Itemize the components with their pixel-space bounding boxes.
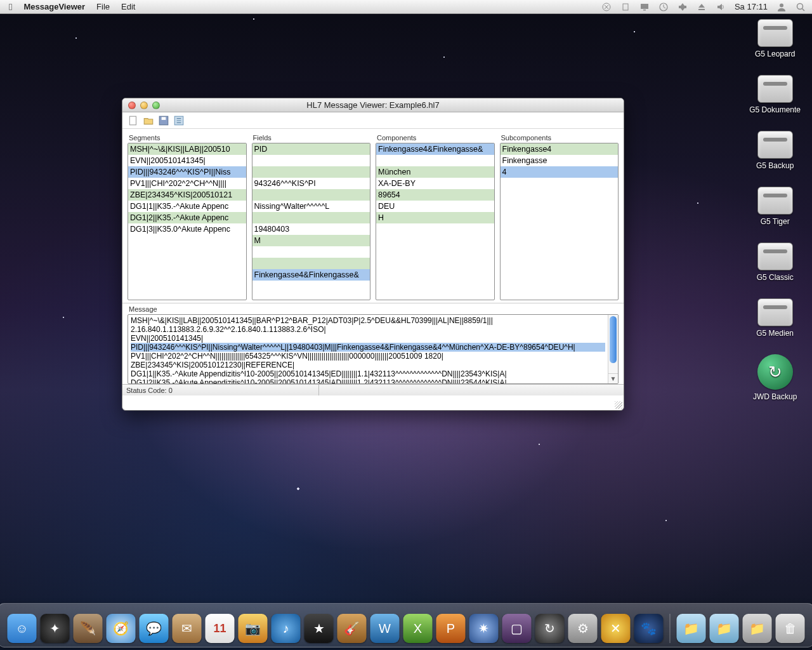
message-line[interactable]: PV1|||CHI^202^2^CH^^N|||||||||||||||6543… (131, 352, 605, 361)
list-row[interactable] (252, 246, 370, 258)
list-row[interactable] (376, 155, 494, 166)
menubar-clock[interactable]: Sa 17:11 (735, 2, 768, 11)
menu-edit[interactable]: Edit (121, 2, 135, 11)
list-row[interactable]: PID (252, 143, 370, 155)
message-line[interactable]: DG1|1||K35.-^Akute Appendizitis^I10-2005… (131, 369, 605, 378)
dock-folder-1[interactable]: 📁 (677, 614, 706, 643)
dock-dashboard[interactable]: ✦ (41, 614, 70, 643)
window-zoom-button[interactable] (152, 102, 160, 109)
list-row[interactable]: ZBE|234345^KIS|200510121 (128, 189, 246, 201)
message-line[interactable]: DG1|2||K35.-^Akute Appendizitis^I10-2005… (131, 378, 605, 384)
list-row[interactable]: 4 (501, 166, 619, 178)
desktop-icon-2[interactable]: G5 Backup (756, 131, 794, 170)
list-row[interactable]: XA-DE-BY (376, 178, 494, 189)
list-row[interactable]: DG1|3||K35.0^Akute Appenc (128, 223, 246, 235)
list-row[interactable]: PID|||943246^^^KIS^PI||Niss (128, 166, 246, 178)
list-row[interactable]: DEU (376, 201, 494, 212)
menu-file[interactable]: File (96, 2, 110, 11)
toolbar-tool-icon[interactable] (173, 115, 185, 126)
menuextra-icon-1[interactable] (601, 2, 612, 12)
list-row[interactable]: 89654 (376, 189, 494, 201)
scrollbar-thumb[interactable] (610, 316, 617, 363)
dock-excel[interactable]: X (403, 614, 433, 643)
dock-ichat[interactable]: 💬 (140, 614, 169, 643)
dock-mail[interactable]: ✉ (173, 614, 202, 643)
list-row[interactable]: Finkengasse4&Finkengasse& (252, 269, 370, 281)
menuextra-user-icon[interactable] (776, 2, 787, 12)
dock-ical[interactable]: 11 (206, 614, 235, 643)
menuextra-timemachine-icon[interactable] (658, 2, 669, 12)
list-components[interactable]: Finkengasse4&Finkengasse&MünchenXA-DE-BY… (376, 143, 495, 300)
dock-app-16[interactable]: ▢ (502, 614, 532, 643)
message-line[interactable]: PID|||943246^^^KIS^PI||Nissing^Walter^^^… (131, 343, 605, 352)
list-subcomponents[interactable]: Finkengasse4Finkengasse4 (500, 143, 619, 300)
dock-imovie[interactable]: ★ (304, 614, 334, 643)
list-row[interactable]: 19480403 (252, 223, 370, 235)
list-row[interactable] (252, 212, 370, 223)
list-row[interactable]: DG1|1||K35.-^Akute Appenc (128, 201, 246, 212)
app-name[interactable]: MessageViewer (23, 2, 85, 11)
list-row[interactable] (252, 166, 370, 178)
toolbar-save-icon[interactable] (158, 115, 169, 126)
toolbar-open-icon[interactable] (143, 115, 154, 126)
dock-sysprefs[interactable]: ⚙ (568, 614, 598, 643)
message-line[interactable]: 2.16.840.1.113883.2.6.9.32^^2.16.840.1.1… (131, 325, 605, 334)
apple-menu-icon[interactable]:  (9, 1, 12, 12)
menuextra-volume-icon[interactable] (716, 2, 726, 12)
scrollbar-down-icon[interactable]: ▼ (608, 373, 618, 383)
list-row[interactable]: Finkengasse (501, 155, 619, 166)
dock-app-3[interactable]: 🪶 (74, 614, 103, 643)
message-line[interactable]: ZBE|234345^KIS|200510121230||REFERENCE| (131, 361, 605, 369)
dock-trash[interactable]: 🗑 (776, 614, 805, 643)
window-minimize-button[interactable] (140, 102, 148, 109)
menuextra-eject-icon[interactable] (697, 2, 707, 12)
list-segments[interactable]: MSH|^~\&|KIS||LAB||200510EVN||2005101413… (128, 143, 247, 300)
list-fields[interactable]: PID943246^^^KIS^PINissing^Walter^^^^^L19… (252, 143, 371, 300)
menuextra-icon-5[interactable] (678, 2, 688, 12)
window-close-button[interactable] (128, 102, 136, 109)
dock-iphoto[interactable]: 📷 (239, 614, 268, 643)
titlebar[interactable]: HL7 Message Viewer: Example6.hl7 (122, 98, 624, 112)
desktop-icon-5[interactable]: G5 Medien (756, 298, 794, 338)
list-row[interactable]: Finkengasse4 (501, 143, 619, 155)
menuextra-displays-icon[interactable] (639, 2, 650, 12)
dock-powerpoint[interactable]: P (436, 614, 466, 643)
list-row[interactable]: EVN||200510141345| (128, 155, 246, 166)
menuextra-spotlight-icon[interactable] (796, 2, 806, 12)
desktop-icon-0[interactable]: G5 Leopard (755, 19, 795, 58)
desktop-icon-6[interactable]: ↻JWD Backup (753, 354, 797, 401)
dock-folder-3[interactable]: 📁 (743, 614, 772, 643)
list-row[interactable] (252, 155, 370, 166)
list-row[interactable]: Finkengasse4&Finkengasse& (376, 143, 494, 155)
message-line[interactable]: MSH|^~\&|KIS||LAB||200510141345||BAR^P12… (131, 316, 605, 325)
dock-app-20[interactable]: 🐾 (634, 614, 664, 643)
dock-safari[interactable]: 🧭 (107, 614, 136, 643)
desktop-icon-3[interactable]: G5 Tiger (757, 187, 793, 226)
message-scrollbar[interactable]: ▼ (608, 315, 618, 383)
list-row[interactable]: München (376, 166, 494, 178)
dock-app-15[interactable]: ✷ (469, 614, 499, 643)
list-row[interactable]: PV1|||CHI^202^2^CH^^N|||| (128, 178, 246, 189)
list-row[interactable]: 943246^^^KIS^PI (252, 178, 370, 189)
desktop-icon-1[interactable]: G5 Dokumente (749, 75, 801, 114)
desktop-icon-4[interactable]: G5 Classic (757, 242, 794, 282)
toolbar-new-icon[interactable] (128, 115, 139, 126)
dock-word[interactable]: W (370, 614, 400, 643)
list-row[interactable]: H (376, 212, 494, 223)
dock-app-19[interactable]: ✕ (601, 614, 631, 643)
dock-finder[interactable]: ☺ (8, 614, 37, 643)
resize-handle[interactable] (615, 401, 622, 409)
list-row[interactable]: DG1|2||K35.-^Akute Appenc (128, 212, 246, 223)
message-line[interactable]: EVN||200510141345| (131, 334, 605, 343)
dock-timemachine[interactable]: ↻ (535, 614, 565, 643)
list-row[interactable] (252, 258, 370, 269)
list-row[interactable] (252, 189, 370, 201)
list-row[interactable]: Nissing^Walter^^^^^L (252, 201, 370, 212)
dock-itunes[interactable]: ♪ (272, 614, 301, 643)
dock-garageband[interactable]: 🎸 (337, 614, 367, 643)
menuextra-icon-2[interactable] (620, 2, 631, 12)
list-row[interactable]: M (252, 235, 370, 246)
dock-folder-2[interactable]: 📁 (710, 614, 739, 643)
list-row[interactable]: MSH|^~\&|KIS||LAB||200510 (128, 143, 246, 155)
message-box[interactable]: MSH|^~\&|KIS||LAB||200510141345||BAR^P12… (128, 314, 619, 384)
